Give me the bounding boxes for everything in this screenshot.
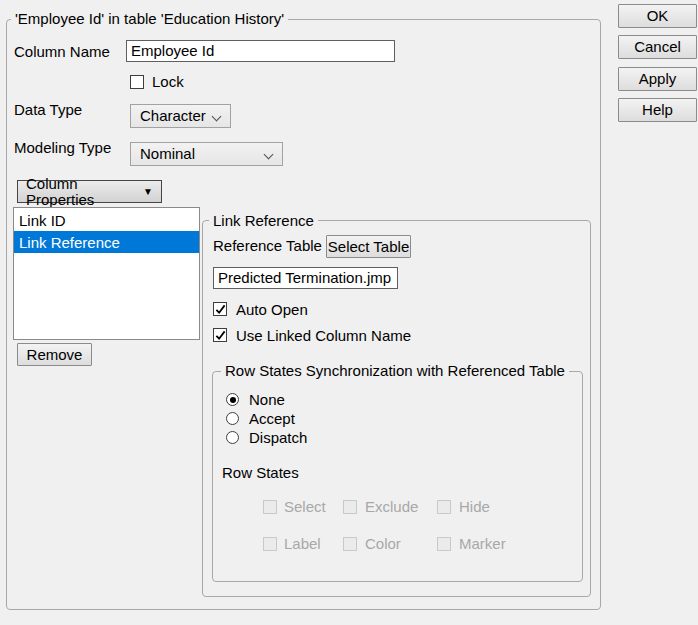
row-states-sync-legend: Row States Synchronization with Referenc… [221, 362, 569, 380]
reference-table-label: Reference Table [213, 237, 322, 255]
radio-dispatch-label[interactable]: Dispatch [249, 429, 307, 447]
column-info-dialog: 'Employee Id' in table 'Education Histor… [0, 0, 698, 625]
data-type-label: Data Type [14, 101, 82, 119]
column-name-label: Column Name [14, 43, 110, 61]
radio-none-label[interactable]: None [249, 391, 285, 409]
modeling-type-label: Modeling Type [14, 139, 111, 157]
lock-checkbox[interactable] [130, 75, 144, 89]
row-state-checkbox-marker [437, 537, 451, 551]
row-state-checkbox-select [263, 500, 277, 514]
reference-table-input[interactable]: Predicted Termination.jmp [213, 267, 398, 289]
apply-button[interactable]: Apply [618, 67, 697, 91]
chevron-down-icon [264, 150, 274, 160]
modeling-type-select[interactable]: Nominal [130, 142, 283, 166]
column-properties-label: Column Properties [26, 176, 135, 208]
dialog-title: 'Employee Id' in table 'Education Histor… [11, 10, 288, 28]
row-state-checkbox-label [263, 537, 277, 551]
ok-button[interactable]: OK [618, 4, 697, 28]
radio-none[interactable] [226, 393, 239, 406]
checkmark-icon [215, 330, 226, 341]
modeling-type-value: Nominal [140, 146, 195, 162]
row-state-checkbox-hide [437, 500, 451, 514]
row-state-label-exclude: Exclude [365, 498, 418, 516]
column-name-input[interactable]: Employee Id [126, 40, 395, 62]
list-item-link-id[interactable]: Link ID [14, 209, 199, 231]
select-table-button[interactable]: Select Table [326, 235, 411, 258]
help-button[interactable]: Help [618, 98, 697, 122]
row-state-checkbox-exclude [343, 500, 357, 514]
data-type-value: Character [140, 108, 206, 124]
radio-accept-label[interactable]: Accept [249, 410, 295, 428]
dropdown-triangle-icon: ▼ [143, 187, 153, 197]
row-state-label-hide: Hide [459, 498, 490, 516]
chevron-down-icon [212, 112, 222, 122]
row-state-label-label: Label [284, 535, 321, 553]
row-state-label-color: Color [365, 535, 401, 553]
checkmark-icon [215, 304, 226, 315]
remove-button[interactable]: Remove [17, 343, 92, 366]
radio-dot-icon [230, 397, 236, 403]
column-name-value: Employee Id [131, 43, 214, 59]
lock-label[interactable]: Lock [152, 73, 184, 91]
reference-table-value: Predicted Termination.jmp [218, 270, 391, 286]
use-linked-column-name-checkbox[interactable] [213, 328, 227, 342]
row-states-label: Row States [222, 464, 299, 482]
row-state-label-select: Select [284, 498, 326, 516]
row-state-label-marker: Marker [459, 535, 506, 553]
list-item-link-reference[interactable]: Link Reference [14, 231, 199, 253]
radio-dispatch[interactable] [226, 431, 239, 444]
link-reference-legend: Link Reference [209, 212, 318, 230]
properties-listbox: Link ID Link Reference [13, 207, 200, 340]
auto-open-label[interactable]: Auto Open [236, 301, 308, 319]
use-linked-column-name-label[interactable]: Use Linked Column Name [236, 327, 411, 345]
radio-accept[interactable] [226, 412, 239, 425]
auto-open-checkbox[interactable] [213, 302, 227, 316]
data-type-select[interactable]: Character [130, 104, 231, 128]
cancel-button[interactable]: Cancel [618, 35, 697, 59]
row-state-checkbox-color [343, 537, 357, 551]
column-properties-button[interactable]: Column Properties ▼ [17, 180, 162, 203]
